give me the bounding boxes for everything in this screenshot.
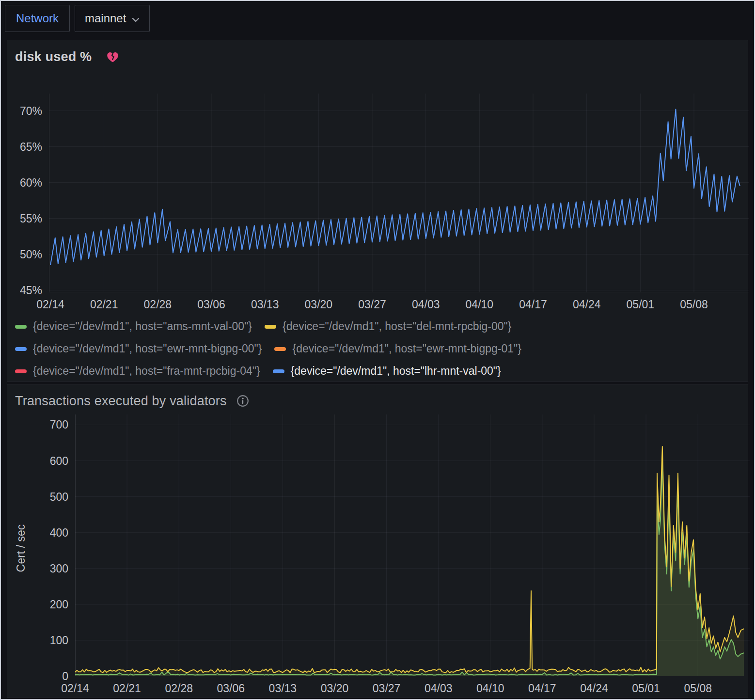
- x-tick-label: 04/10: [464, 682, 517, 695]
- y-tick-label: 300: [31, 562, 68, 575]
- panel-title[interactable]: disk used %: [15, 49, 92, 64]
- tx-validators-series-yellow-line: [75, 446, 744, 673]
- tx-validators-series-green-line: [75, 461, 744, 675]
- x-tick-label: 04/17: [506, 298, 560, 311]
- y-axis-title: Cert / sec: [15, 525, 28, 572]
- legend-item[interactable]: {device="/dev/md1", host="fra-mnt-rpcbig…: [15, 364, 260, 378]
- y-tick-label: 400: [31, 526, 68, 539]
- panel-transactions: Transactions executed by validators Cert…: [7, 384, 748, 698]
- y-tick-label: 500: [31, 491, 68, 503]
- x-tick-label: 03/06: [204, 682, 257, 695]
- disk-chart-legend: {device="/dev/md1", host="ams-mnt-val-00…: [15, 319, 745, 378]
- legend-label: {device="/dev/md1", host="ewr-mnt-bigpg-…: [292, 342, 521, 355]
- panel-disk-used-header: disk used %: [15, 47, 119, 66]
- legend-item[interactable]: {device="/dev/md1", host="del-mnt-rpcbig…: [265, 319, 511, 334]
- y-tick-label: 65%: [4, 141, 42, 153]
- x-tick-label: 02/28: [131, 298, 184, 311]
- x-tick-label: 03/13: [238, 298, 292, 311]
- y-tick-label: 200: [31, 598, 68, 611]
- legend-item[interactable]: {device="/dev/md1", host="lhr-mnt-val-00…: [273, 364, 501, 378]
- x-tick-label: 05/01: [613, 298, 667, 311]
- legend-label: {device="/dev/md1", host="fra-mnt-rpcbig…: [33, 365, 260, 378]
- x-tick-label: 03/20: [308, 682, 362, 695]
- x-tick-label: 03/20: [292, 298, 345, 311]
- legend-item[interactable]: {device="/dev/md1", host="ams-mnt-val-00…: [15, 319, 252, 334]
- y-tick-label: 700: [31, 418, 68, 431]
- x-tick-label: 04/24: [567, 682, 621, 695]
- info-icon[interactable]: [236, 395, 249, 407]
- panel-transactions-header: Transactions executed by validators: [15, 391, 249, 411]
- legend-label: {device="/dev/md1", host="del-mnt-rpcbig…: [283, 320, 511, 333]
- x-tick-label: 04/03: [412, 682, 465, 695]
- variable-value: mainnet: [85, 12, 126, 25]
- tx-validators-svg[interactable]: [75, 414, 750, 676]
- tx-validators-series-yellow-fill: [75, 446, 744, 676]
- legend-label: {device="/dev/md1", host="ewr-mnt-bigpg-…: [33, 342, 262, 355]
- legend-swatch: [15, 347, 27, 351]
- y-tick-label: 70%: [4, 105, 42, 117]
- x-tick-label: 03/27: [346, 298, 399, 311]
- legend-swatch: [273, 369, 284, 373]
- top-bar: Network mainnet: [0, 0, 755, 39]
- variable-label: Network: [16, 12, 59, 25]
- y-tick-label: 55%: [4, 212, 42, 225]
- x-tick-label: 03/13: [256, 682, 309, 695]
- y-tick-label: 600: [31, 455, 68, 467]
- y-tick-label: 0: [31, 670, 68, 683]
- x-tick-label: 03/27: [360, 682, 413, 695]
- x-tick-label: 04/17: [516, 682, 569, 695]
- x-tick-label: 02/28: [152, 682, 205, 695]
- x-tick-label: 02/21: [100, 682, 154, 695]
- disk-used-svg[interactable]: [49, 94, 749, 292]
- disk-used-series-{device="/dev/md1", host="lhr-mnt-val-00"}-line: [50, 109, 740, 265]
- x-tick-label: 04/24: [560, 298, 613, 311]
- y-tick-label: 60%: [4, 176, 42, 189]
- x-tick-label: 05/08: [671, 682, 724, 695]
- legend-item[interactable]: {device="/dev/md1", host="ewr-mnt-bigpg-…: [274, 342, 521, 356]
- heart-break-icon: [106, 51, 119, 63]
- x-tick-label: 02/14: [48, 682, 102, 695]
- legend-item[interactable]: {device="/dev/md1", host="ewr-mnt-bigpg-…: [15, 342, 262, 356]
- chevron-down-icon: [132, 12, 140, 25]
- panel-title[interactable]: Transactions executed by validators: [15, 394, 227, 409]
- y-tick-label: 45%: [4, 284, 42, 297]
- legend-swatch: [15, 369, 27, 373]
- variable-label-box: Network: [5, 5, 70, 32]
- y-tick-label: 100: [31, 634, 68, 647]
- x-tick-label: 05/01: [619, 682, 673, 695]
- legend-label: {device="/dev/md1", host="ams-mnt-val-00…: [33, 320, 252, 333]
- y-tick-label: 50%: [4, 248, 42, 261]
- x-tick-label: 04/03: [399, 298, 453, 311]
- panel-disk-used: disk used % {device="/dev/md1", host="am…: [7, 40, 748, 382]
- legend-label: {device="/dev/md1", host="lhr-mnt-val-00…: [291, 365, 501, 378]
- tx-chart[interactable]: [75, 414, 750, 676]
- x-tick-label: 05/08: [667, 298, 721, 311]
- x-tick-label: 02/14: [24, 298, 77, 311]
- legend-swatch: [15, 325, 27, 329]
- x-tick-label: 02/21: [78, 298, 131, 311]
- variable-value-dropdown[interactable]: mainnet: [75, 5, 150, 32]
- x-tick-label: 03/06: [185, 298, 238, 311]
- disk-chart[interactable]: [49, 94, 749, 292]
- legend-swatch: [274, 347, 286, 351]
- legend-swatch: [265, 325, 276, 329]
- x-tick-label: 04/10: [453, 298, 506, 311]
